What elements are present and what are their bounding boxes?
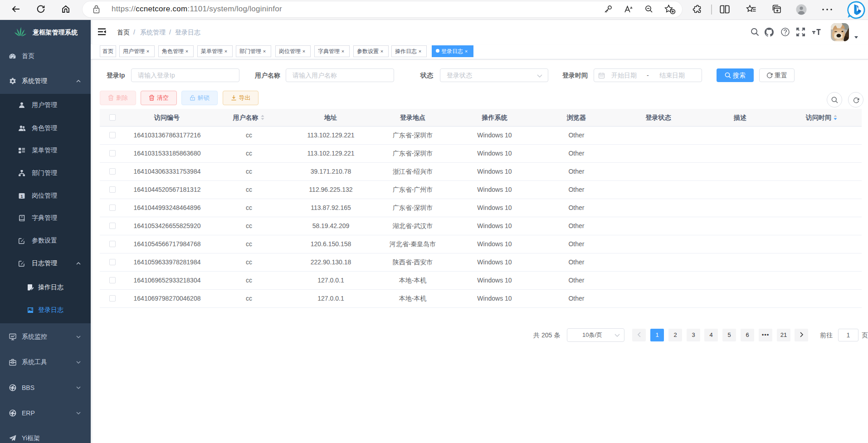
svg-text:1: 1: [20, 194, 23, 199]
